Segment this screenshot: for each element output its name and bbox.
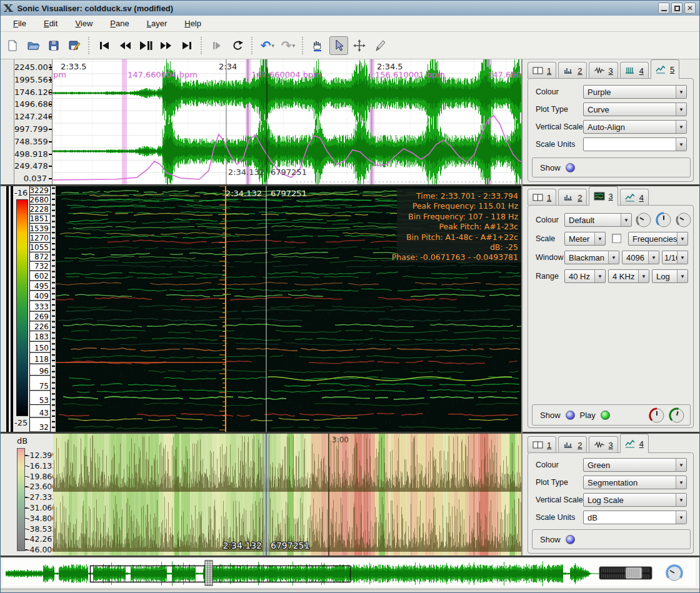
range-min-select[interactable]: 40 Hz▼ bbox=[564, 269, 606, 283]
colour-select[interactable]: Green▼ bbox=[583, 458, 687, 472]
vertical-scale-select[interactable]: Log Scale▼ bbox=[583, 493, 687, 507]
chevron-down-icon[interactable]: ▼ bbox=[676, 86, 686, 98]
pan-knob[interactable] bbox=[669, 407, 685, 424]
window-type-select[interactable]: Blackman▼ bbox=[564, 251, 619, 264]
new-file-button[interactable] bbox=[3, 36, 22, 55]
close-button[interactable]: ✕ bbox=[684, 2, 696, 14]
pane1-tab-4[interactable]: 4 bbox=[620, 62, 649, 79]
plot-type-select[interactable]: Curve▼ bbox=[583, 102, 687, 116]
chevron-down-icon[interactable]: ▼ bbox=[594, 270, 605, 282]
waveform-pane[interactable]: 2:34.13267972512:33.52:342:34.5pm147.660… bbox=[52, 59, 521, 184]
pane1-tab-2[interactable]: 2 bbox=[558, 62, 587, 79]
segmentation-pane[interactable]: 3:002:34.1326797251 bbox=[53, 434, 521, 556]
tab-label: 3 bbox=[608, 66, 612, 76]
pane2-tab-2[interactable]: 2 bbox=[558, 189, 587, 206]
chevron-down-icon[interactable]: ▼ bbox=[677, 251, 688, 264]
pane1-tab-5[interactable]: 5 bbox=[651, 59, 679, 79]
play-selection-button[interactable] bbox=[208, 36, 226, 55]
chevron-down-icon[interactable]: ▾ bbox=[272, 42, 275, 49]
navigate-tool-button[interactable] bbox=[309, 36, 328, 55]
open-button[interactable] bbox=[24, 36, 42, 55]
chevron-down-icon[interactable]: ▼ bbox=[677, 270, 688, 282]
chevron-down-icon[interactable]: ▼ bbox=[676, 476, 686, 489]
rewind-button[interactable] bbox=[116, 36, 134, 55]
vertical-scale-value: Log Scale bbox=[584, 496, 676, 505]
vertical-scale-select[interactable]: Auto-Align▼ bbox=[583, 120, 687, 134]
draw-tool-button[interactable] bbox=[371, 36, 389, 55]
scale-units-input[interactable]: ▼ bbox=[583, 137, 687, 151]
range-min-value: 40 Hz bbox=[565, 272, 594, 281]
playback-gain-knob[interactable] bbox=[667, 566, 682, 581]
menu-view[interactable]: View bbox=[68, 17, 100, 30]
chevron-down-icon[interactable]: ▼ bbox=[676, 103, 686, 116]
chevron-down-icon[interactable]: ▼ bbox=[676, 511, 686, 524]
chevron-down-icon[interactable]: ▼ bbox=[608, 251, 619, 264]
save-button[interactable] bbox=[44, 36, 63, 55]
show-led[interactable] bbox=[566, 163, 575, 172]
maximize-button[interactable] bbox=[671, 2, 682, 14]
skip-to-end-button[interactable] bbox=[178, 36, 196, 55]
maximize-icon bbox=[674, 6, 680, 11]
colour-select[interactable]: Default▼ bbox=[564, 213, 632, 227]
pane3-tab-2[interactable]: 2 bbox=[558, 436, 587, 453]
spectrogram-scale[interactable]: -16 -25 32292680222818511539127010558727… bbox=[1, 186, 56, 432]
colour-select[interactable]: Purple▼ bbox=[583, 85, 687, 99]
scale-checkbox[interactable] bbox=[612, 234, 621, 243]
play-pause-button[interactable] bbox=[136, 36, 155, 55]
move-tool-button[interactable] bbox=[350, 36, 369, 55]
chevron-down-icon[interactable]: ▼ bbox=[594, 232, 605, 245]
pane3-tab-3[interactable]: 3 bbox=[589, 436, 618, 453]
show-led[interactable] bbox=[566, 535, 575, 544]
segmentation-scale[interactable]: dB -12.399-16.133-19.866-23.600-27.333-3… bbox=[1, 434, 53, 556]
menu-pane[interactable]: Pane bbox=[102, 17, 136, 30]
range-scale-select[interactable]: Log▼ bbox=[652, 269, 688, 283]
chevron-down-icon[interactable]: ▼ bbox=[676, 459, 686, 471]
chevron-down-icon[interactable]: ▾ bbox=[292, 42, 296, 49]
plot-type-select[interactable]: Segmentation▼ bbox=[583, 476, 687, 489]
spectrogram-pane[interactable]: 2:34.1326797251Time: 2:33.701 - 2:33.794… bbox=[56, 186, 521, 432]
menu-help[interactable]: Help bbox=[177, 17, 209, 30]
show-led[interactable] bbox=[566, 411, 575, 420]
chevron-down-icon[interactable]: ▼ bbox=[638, 270, 649, 282]
chevron-down-icon[interactable]: ▼ bbox=[676, 138, 686, 151]
loop-button[interactable] bbox=[228, 36, 247, 55]
colour-rotate-knob[interactable] bbox=[636, 212, 652, 228]
redo-button[interactable]: ↷▾ bbox=[279, 36, 298, 55]
range-max-select[interactable]: 4 KHz▼ bbox=[608, 269, 649, 283]
pane1-tab-1[interactable]: 1 bbox=[528, 62, 556, 79]
pane2-tab-4[interactable]: 4 bbox=[620, 189, 649, 206]
colour-threshold-knob[interactable] bbox=[676, 212, 692, 228]
scale-select[interactable]: Meter▼ bbox=[564, 232, 606, 246]
titlebar[interactable]: X Sonic Visualiser: coldduck.sv (modifie… bbox=[1, 1, 699, 16]
save-as-button[interactable] bbox=[65, 36, 84, 55]
chevron-down-icon[interactable]: ▼ bbox=[621, 214, 631, 226]
pane3-tab-1[interactable]: 1 bbox=[528, 436, 556, 453]
gain-knob[interactable] bbox=[649, 407, 665, 424]
overview-pane[interactable] bbox=[1, 557, 700, 589]
pane1-tab-3[interactable]: 3 bbox=[589, 62, 618, 79]
frequency-label: 1270 bbox=[29, 234, 49, 242]
frequencies-select[interactable]: Frequencies▼ bbox=[628, 232, 688, 246]
menu-edit[interactable]: Edit bbox=[36, 17, 65, 30]
menu-layer[interactable]: Layer bbox=[139, 17, 175, 30]
scale-units-input[interactable]: dB▼ bbox=[583, 511, 687, 524]
select-tool-button[interactable] bbox=[329, 36, 348, 55]
window-size-select[interactable]: 4096▼ bbox=[622, 251, 659, 264]
chevron-down-icon[interactable]: ▼ bbox=[677, 232, 688, 245]
chevron-down-icon[interactable]: ▼ bbox=[648, 251, 659, 264]
fast-forward-button[interactable] bbox=[157, 36, 176, 55]
pane2-tab-3[interactable]: 3 bbox=[589, 186, 618, 206]
minimize-button[interactable] bbox=[658, 2, 669, 14]
pane3-tab-4[interactable]: 4 bbox=[620, 434, 649, 453]
play-led[interactable] bbox=[601, 411, 610, 420]
pane2-tab-1[interactable]: 1 bbox=[528, 189, 556, 206]
menu-file[interactable]: File bbox=[6, 17, 34, 30]
colour-gain-knob[interactable] bbox=[656, 212, 672, 228]
rewind-to-start-button[interactable] bbox=[95, 36, 114, 55]
playback-speed-slider[interactable] bbox=[599, 567, 652, 579]
undo-button[interactable]: ↶▾ bbox=[258, 36, 277, 55]
window-overlap-select[interactable]: 1/16▼ bbox=[662, 251, 688, 264]
chevron-down-icon[interactable]: ▼ bbox=[676, 121, 686, 133]
waveform-scale[interactable]: 2245.0011995.5611746.1201496.6801247.240… bbox=[1, 59, 52, 184]
chevron-down-icon[interactable]: ▼ bbox=[676, 494, 686, 506]
